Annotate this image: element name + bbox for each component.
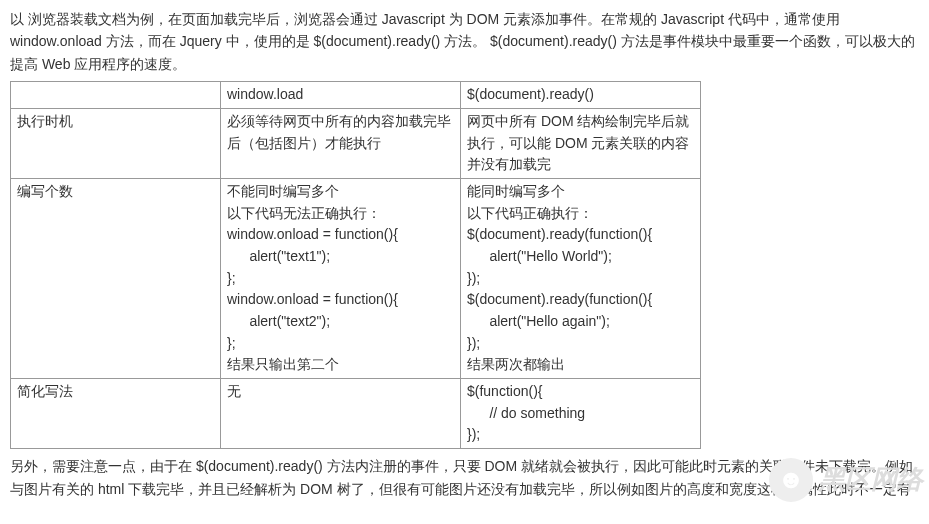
cell: 无 <box>221 379 461 449</box>
code-line: 不能同时编写多个 <box>227 181 454 203</box>
comparison-table: window.load $(document).ready() 执行时机 必须等… <box>10 81 701 449</box>
code-line: $(document).ready(function(){ <box>467 224 694 246</box>
code-line: }); <box>467 424 694 446</box>
code-line: }); <box>467 268 694 290</box>
code-line: alert("text2"); <box>227 311 454 333</box>
code-line: alert("Hello World"); <box>467 246 694 268</box>
code-line: 结果两次都输出 <box>467 354 694 376</box>
header-cell: $(document).ready() <box>461 82 701 109</box>
cell: 能同时编写多个 以下代码正确执行： $(document).ready(func… <box>461 178 701 378</box>
code-line: alert("Hello again"); <box>467 311 694 333</box>
row-label: 执行时机 <box>11 108 221 178</box>
outro-paragraph: 另外，需要注意一点，由于在 $(document).ready() 方法内注册的… <box>10 455 919 500</box>
code-line: 以下代码无法正确执行： <box>227 203 454 225</box>
code-line: window.onload = function(){ <box>227 289 454 311</box>
cell: $(function(){ // do something }); <box>461 379 701 449</box>
code-line: $(function(){ <box>467 381 694 403</box>
header-cell <box>11 82 221 109</box>
cell: 网页中所有 DOM 结构绘制完毕后就执行，可以能 DOM 元素关联的内容并没有加… <box>461 108 701 178</box>
header-cell: window.load <box>221 82 461 109</box>
intro-paragraph: 以 浏览器装载文档为例，在页面加载完毕后，浏览器会通过 Javascript 为… <box>10 8 919 75</box>
code-line: 以下代码正确执行： <box>467 203 694 225</box>
row-label: 简化写法 <box>11 379 221 449</box>
row-label: 编写个数 <box>11 178 221 378</box>
code-line: }; <box>227 333 454 355</box>
code-line: 能同时编写多个 <box>467 181 694 203</box>
code-line: }); <box>467 333 694 355</box>
table-row: 简化写法 无 $(function(){ // do something }); <box>11 379 701 449</box>
code-line: // do something <box>467 403 694 425</box>
cell: 必须等待网页中所有的内容加载完毕后（包括图片）才能执行 <box>221 108 461 178</box>
table-row: 编写个数 不能同时编写多个 以下代码无法正确执行： window.onload … <box>11 178 701 378</box>
code-line: window.onload = function(){ <box>227 224 454 246</box>
code-line: }; <box>227 268 454 290</box>
table-row: window.load $(document).ready() <box>11 82 701 109</box>
cell: 不能同时编写多个 以下代码无法正确执行： window.onload = fun… <box>221 178 461 378</box>
table-row: 执行时机 必须等待网页中所有的内容加载完毕后（包括图片）才能执行 网页中所有 D… <box>11 108 701 178</box>
code-line: 结果只输出第二个 <box>227 354 454 376</box>
code-line: alert("text1"); <box>227 246 454 268</box>
code-line: $(document).ready(function(){ <box>467 289 694 311</box>
